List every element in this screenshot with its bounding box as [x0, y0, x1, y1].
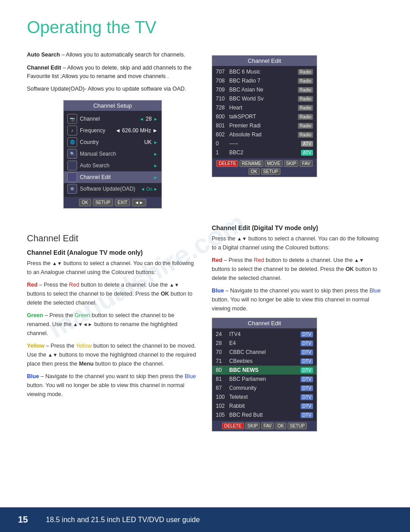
ce1-row-728: 728 Heart Radio: [212, 103, 317, 112]
analogue-yellow-text: – Press the Yellow button to select the …: [27, 343, 196, 367]
ce1-btn-rename[interactable]: RENAME: [240, 160, 263, 167]
cs-row-channel-edit[interactable]: Channel Edit ►: [64, 171, 161, 183]
cs-country-val: UK: [144, 139, 152, 145]
digital-intro: Press the ▲▼ buttons to select a channel…: [212, 234, 383, 252]
analogue-heading: Channel Edit (Analogue TV mode only): [27, 249, 198, 256]
footer-description: 18.5 inch and 21.5 inch LED TV/DVD user …: [46, 516, 200, 524]
cs-label-auto-search: Auto Search: [80, 162, 153, 169]
ce2-row-87: 87 Community DTV: [212, 384, 317, 392]
ce1-row-800: 800 talkSPORT Radio: [212, 112, 317, 121]
ce1-row-801: 801 Premier Radi Radio: [212, 121, 317, 130]
ce1-btn-ok[interactable]: OK: [249, 168, 259, 175]
ce1-btn-setup[interactable]: SETUP: [261, 168, 280, 175]
channel-edit-label: Channel Edit: [27, 65, 61, 71]
analogue-green-para: Green – Press the Green button to select…: [27, 311, 198, 338]
ce1-row-802: 802 Absolute Rad Radio: [212, 130, 317, 139]
cs-btn-nav[interactable]: ◄►: [132, 199, 146, 206]
cs-icon-channel: 📷: [67, 114, 77, 124]
ce2-row-105: 105 BBC Red Butt DTV: [212, 410, 317, 419]
cs-row-auto-search[interactable]: Auto Search ►: [64, 160, 161, 171]
analogue-blue-text: – Navigate to the channel you want to sk…: [27, 373, 196, 397]
ce2-row-24: 24 ITV4 DTV: [212, 330, 317, 339]
page-title: Operating the TV: [27, 18, 383, 37]
ce1-btn-move[interactable]: MOVE: [265, 160, 282, 167]
footer-page-number: 15: [18, 515, 28, 525]
cs-icon-channel-edit: [67, 172, 77, 182]
cs-buttons: OK SETUP EXIT ◄►: [64, 197, 161, 208]
cs-row-frequency: ♪ Frequency ◄ 626.00 MHz ►: [64, 125, 161, 136]
ce2-title: Channel Edit: [212, 318, 317, 328]
cs-icon-auto-search: [67, 161, 77, 170]
ce2-row-81: 81 BBC Parliamen DTV: [212, 375, 317, 384]
page-content: Operating the TV Auto Search – Allows yo…: [0, 0, 410, 481]
cs-value-software: ◄ On ►: [140, 187, 158, 192]
ce1-btn-skip[interactable]: SKIP: [284, 160, 299, 167]
digital-heading: Channel Edit (Digital TV mode only): [212, 224, 383, 231]
intro-right: Channel Edit 707 BBC 6 Music Radio 708 B…: [212, 51, 383, 215]
cs-btn-setup[interactable]: SETUP: [93, 199, 113, 206]
digital-red-para: Red – Press the Red button to delete a c…: [212, 256, 383, 283]
software-update-text: Software Update(OAD)- Allows you to upda…: [27, 85, 198, 93]
analogue-red-text: – Press the Red button to delete a chann…: [27, 282, 192, 306]
cs-icon-software-update: ⚙: [67, 184, 77, 194]
cs-label-software-update: Software Update(OAD): [80, 186, 140, 192]
analogue-green-label: Green: [27, 312, 43, 318]
ce1-btn-fav[interactable]: FAV: [300, 160, 312, 167]
intro-left: Auto Search – Allows you to automaticall…: [27, 51, 198, 215]
channel-edit-box-1: Channel Edit 707 BBC 6 Music Radio 708 B…: [212, 55, 317, 177]
cs-btn-exit[interactable]: EXIT: [115, 199, 130, 206]
ce1-btn-delete[interactable]: DELETE: [216, 160, 238, 167]
analogue-red-label: Red: [27, 282, 38, 288]
ce1-row-710: 710 BBC World Sv Radio: [212, 94, 317, 103]
channel-setup-rows: 📷 Channel ◄ 28 ► ♪ Frequency ◄ 626: [64, 111, 161, 197]
channel-edit-intro: Channel Edit – Allows you to delete, ski…: [27, 64, 198, 81]
digital-red-text: – Press the Red button to delete a chann…: [212, 257, 377, 281]
ce2-btn-setup[interactable]: SETUP: [288, 423, 307, 429]
ce1-buttons: DELETE RENAME MOVE SKIP FAV OK SETUP: [212, 158, 317, 177]
cs-value-channel: ◄ 28 ►: [140, 116, 158, 122]
ce2-rows: 24 ITV4 DTV 28 E4 DTV 70 CBBC Channel DT…: [212, 328, 317, 421]
channel-setup-box: Channel Setup 📷 Channel ◄ 28 ►: [63, 100, 162, 209]
ce2-btn-skip[interactable]: SKIP: [245, 423, 260, 429]
cs-icon-frequency: ♪: [67, 126, 77, 135]
digital-red-label: Red: [212, 257, 222, 263]
cs-icon-country: 🌐: [67, 137, 77, 147]
auto-search-label: Auto Search: [27, 52, 60, 58]
cs-btn-ok[interactable]: OK: [79, 199, 91, 206]
analogue-green-text: – Press the Green button to select the c…: [27, 312, 177, 336]
auto-search-intro: Auto Search – Allows you to automaticall…: [27, 51, 198, 59]
ce2-row-102: 102 Rabbit DTV: [212, 401, 317, 410]
analogue-intro: Press the ▲▼ buttons to select a channel…: [27, 259, 198, 277]
cs-freq-val: ◄ 626.00 MHz ►: [115, 127, 158, 134]
cs-row-manual-search[interactable]: 🔍 Manual Search ►: [64, 148, 161, 160]
analogue-blue-label: Blue: [27, 373, 39, 379]
ce2-btn-delete[interactable]: DELETE: [222, 423, 244, 429]
auto-search-text: – Allows you to automatically search for…: [61, 52, 185, 58]
cs-row-channel: 📷 Channel ◄ 28 ►: [64, 113, 161, 125]
cs-row-software-update[interactable]: ⚙ Software Update(OAD) ◄ On ►: [64, 183, 161, 195]
ce2-btn-ok[interactable]: OK: [275, 423, 286, 429]
ce2-row-100: 100 Teletext DTV: [212, 392, 317, 401]
ce2-row-70: 70 CBBC Channel DTV: [212, 348, 317, 357]
cs-num-channel: 28: [146, 116, 152, 122]
digital-section: Channel Edit (Digital TV mode only) Pres…: [212, 224, 383, 436]
ce1-row-709: 709 BBC Asian Ne Radio: [212, 85, 317, 94]
ce1-row-708: 708 BBC Radio 7 Radio: [212, 76, 317, 85]
analogue-yellow-para: Yellow – Press the Yellow button to sele…: [27, 341, 198, 368]
channel-edit-heading: Channel Edit: [27, 233, 198, 244]
analogue-red-para: Red – Press the Red button to delete a c…: [27, 280, 198, 307]
channel-edit-box-2: Channel Edit 24 ITV4 DTV 28 E4 DTV 70 CB: [212, 318, 317, 432]
ce2-row-80: 80 BBC NEWS DTV: [212, 366, 317, 375]
cs-label-channel: Channel: [80, 116, 140, 122]
digital-blue-label: Blue: [212, 288, 224, 294]
cs-label-country: Country: [80, 139, 144, 145]
cs-label-frequency: Frequency: [80, 127, 115, 134]
ce2-row-28: 28 E4 DTV: [212, 339, 317, 348]
cs-label-manual-search: Manual Search: [80, 151, 153, 157]
ce1-row-707: 707 BBC 6 Music Radio: [212, 67, 317, 76]
ce2-btn-fav[interactable]: FAV: [261, 423, 274, 429]
channel-setup-title: Channel Setup: [64, 100, 161, 111]
cs-icon-manual-search: 🔍: [67, 149, 77, 159]
page-footer: 15 18.5 inch and 21.5 inch LED TV/DVD us…: [0, 507, 410, 532]
digital-blue-text: – Navigate to the channel you want to sk…: [212, 288, 381, 312]
